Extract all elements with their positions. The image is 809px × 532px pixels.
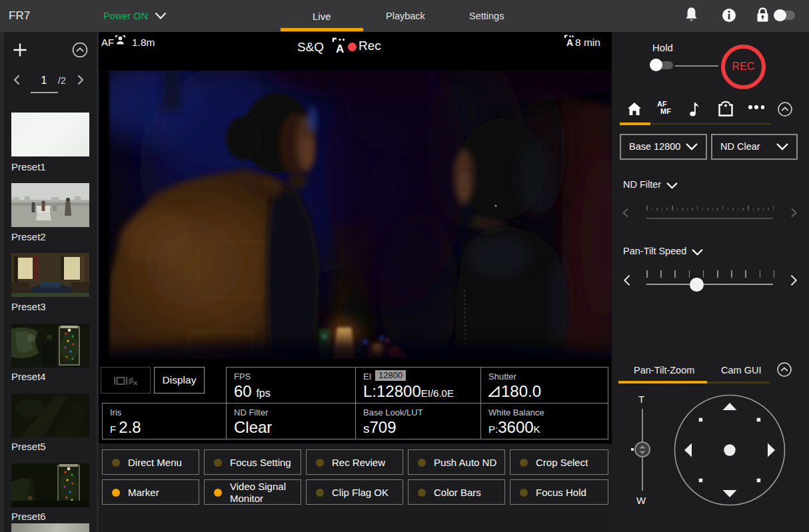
svg-text:A: A — [336, 43, 344, 55]
svg-text:A: A — [566, 37, 573, 48]
